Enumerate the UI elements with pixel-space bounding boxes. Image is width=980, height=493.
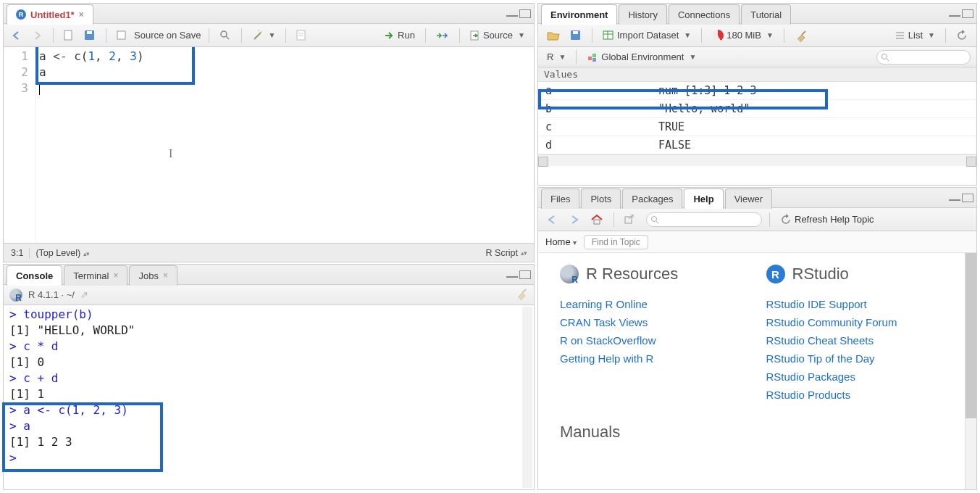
open-button[interactable] (544, 29, 563, 42)
help-tabs: Files Plots Packages Help Viewer (538, 188, 976, 208)
link-packages[interactable]: RStudio Packages (766, 368, 944, 386)
file-type-selector[interactable]: R Script ▴▾ (486, 248, 527, 258)
maximize-icon[interactable] (962, 194, 973, 202)
tab-packages[interactable]: Packages (622, 188, 682, 209)
refresh-help-button[interactable]: Refresh Help Topic (777, 212, 877, 227)
tab-jobs[interactable]: Jobs× (129, 265, 177, 286)
clear-env-button[interactable] (792, 28, 811, 44)
lang-selector[interactable]: R▼ (544, 50, 569, 64)
tab-tutorial[interactable]: Tutorial (741, 4, 791, 25)
minimize-icon[interactable] (949, 9, 960, 17)
svg-line-19 (802, 31, 805, 35)
source-on-save-check[interactable] (114, 29, 130, 42)
env-table: anum [1:3] 1 2 3 b"Hello, world" cTRUE d… (538, 82, 976, 154)
line-gutter: 123 (4, 47, 36, 243)
save-button[interactable] (81, 28, 99, 43)
code-content: a <- c(1, 2, 3) a (36, 47, 147, 243)
env-row-d[interactable]: dFALSE (538, 136, 976, 154)
env-hscrollbar[interactable] (538, 154, 976, 166)
minimize-icon[interactable] (506, 9, 518, 17)
svg-line-13 (522, 289, 526, 293)
maximize-icon[interactable] (519, 9, 531, 18)
svg-rect-29 (625, 217, 632, 223)
help-vscrollbar[interactable] (965, 253, 976, 489)
view-mode-button[interactable]: List▼ (892, 28, 938, 42)
env-row-c[interactable]: cTRUE (538, 118, 976, 136)
console-output[interactable]: > toupper(b) [1] "HELLO, WORLD" > c * d … (4, 305, 534, 489)
tab-console[interactable]: Console (7, 265, 62, 286)
source-button[interactable]: Source▼ (467, 28, 528, 42)
find-button[interactable] (217, 28, 234, 43)
tab-help[interactable]: Help (684, 188, 723, 209)
tab-connections[interactable]: Connections (669, 4, 740, 25)
svg-point-8 (258, 30, 259, 31)
env-row-b[interactable]: b"Hello, world" (538, 100, 976, 118)
rerun-button[interactable] (433, 30, 452, 41)
back-button[interactable] (9, 30, 25, 41)
help-subnav: Home▾ Find in Topic (538, 231, 976, 253)
r-file-icon: R (16, 9, 26, 20)
help-home-button[interactable] (587, 212, 606, 227)
close-icon[interactable]: × (79, 9, 84, 20)
link-ide-support[interactable]: RStudio IDE Support (766, 295, 944, 313)
link-getting-help[interactable]: Getting Help with R (560, 349, 737, 368)
svg-rect-3 (117, 31, 125, 39)
env-toolbar: Import Dataset▼ 180 MiB▼ List▼ (538, 24, 976, 47)
link-community[interactable]: RStudio Community Forum (766, 313, 944, 331)
editor[interactable]: 123 a <- c(1, 2, 3) a I (4, 47, 534, 243)
wand-button[interactable]: ▼ (249, 28, 279, 43)
source-tab-untitled[interactable]: R Untitled1* × (7, 4, 93, 25)
memory-pie-icon (712, 30, 724, 41)
console-info: R 4.1.1 · ~/ ⇗ (4, 285, 534, 305)
svg-rect-23 (588, 57, 592, 60)
forward-button[interactable] (30, 30, 46, 41)
help-content: R Resources Learning R Online CRAN Task … (538, 253, 965, 489)
help-home-label[interactable]: Home▾ (545, 236, 577, 247)
rstudio-heading: RRStudio (766, 265, 944, 283)
help-search[interactable] (646, 212, 762, 227)
link-cran-task[interactable]: CRAN Task Views (560, 313, 737, 331)
env-search[interactable] (876, 50, 971, 65)
svg-line-27 (887, 59, 889, 61)
link-tip-of-day[interactable]: RStudio Tip of the Day (766, 349, 944, 368)
svg-line-6 (254, 33, 261, 39)
tab-terminal[interactable]: Terminal× (64, 265, 127, 286)
tab-plots[interactable]: Plots (581, 188, 621, 209)
tab-environment[interactable]: Environment (541, 4, 617, 25)
refresh-env-button[interactable] (953, 28, 971, 43)
tab-files[interactable]: Files (541, 188, 579, 209)
help-back-button[interactable] (544, 213, 561, 226)
maximize-icon[interactable] (962, 9, 973, 18)
svg-rect-15 (573, 31, 578, 34)
find-in-topic[interactable]: Find in Topic (584, 235, 648, 249)
save-env-button[interactable] (567, 28, 585, 43)
maximize-icon[interactable] (519, 270, 531, 279)
scope-selector[interactable]: Global Environment▼ (584, 50, 699, 64)
clear-console-icon[interactable] (515, 287, 528, 302)
svg-line-31 (656, 221, 658, 223)
help-popout-button[interactable] (621, 213, 637, 226)
svg-point-26 (882, 54, 887, 59)
tab-viewer[interactable]: Viewer (725, 188, 773, 209)
rstudio-ball-icon: R (766, 265, 785, 283)
help-nav: Refresh Help Topic (538, 208, 976, 231)
minimize-icon[interactable] (506, 270, 518, 278)
report-button[interactable] (293, 28, 309, 43)
tab-history[interactable]: History (619, 4, 666, 25)
link-learning-r[interactable]: Learning R Online (560, 295, 737, 313)
memory-usage[interactable]: 180 MiB▼ (709, 28, 776, 43)
help-forward-button[interactable] (566, 213, 583, 226)
link-stackoverflow[interactable]: R on StackOverflow (560, 331, 737, 349)
console-scrollbar[interactable] (522, 307, 532, 488)
link-products[interactable]: RStudio Products (766, 386, 944, 404)
svg-point-30 (652, 216, 657, 221)
env-row-a[interactable]: anum [1:3] 1 2 3 (538, 82, 976, 100)
show-file-button[interactable] (61, 28, 77, 43)
svg-point-7 (261, 31, 262, 33)
link-cheatsheets[interactable]: RStudio Cheat Sheets (766, 331, 944, 349)
scope-selector[interactable]: (Top Level) ▴▾ (29, 248, 88, 258)
run-button[interactable]: Run (382, 28, 418, 42)
import-dataset-button[interactable]: Import Dataset▼ (600, 28, 694, 42)
minimize-icon[interactable] (949, 194, 960, 201)
popout-icon[interactable]: ⇗ (80, 289, 88, 300)
